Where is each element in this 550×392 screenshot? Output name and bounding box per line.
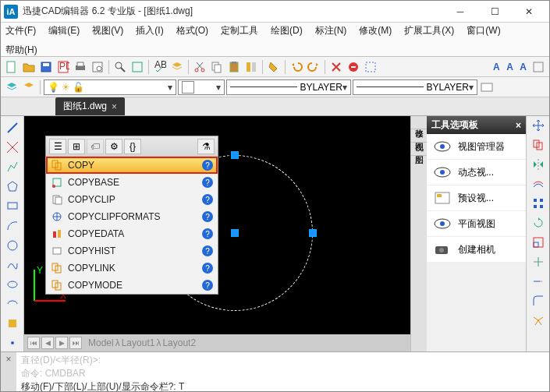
redo-icon[interactable] <box>306 59 321 75</box>
autocomplete-item[interactable]: COPYHIST ? <box>46 242 218 260</box>
open-icon[interactable] <box>21 59 37 75</box>
popup-tag-icon[interactable]: 🏷 <box>87 139 104 154</box>
copy-tool-icon[interactable] <box>532 139 545 154</box>
pdf-icon[interactable]: PDF <box>55 59 71 75</box>
palette-title-bar[interactable]: 工具选项板 × <box>427 116 526 134</box>
trim-tool-icon[interactable] <box>532 256 545 270</box>
insert-block-icon[interactable] <box>4 316 21 332</box>
extend-tool-icon[interactable] <box>532 275 545 290</box>
layout-next-icon[interactable]: ▶ <box>55 337 68 349</box>
layer-combo[interactable]: 💡 ☀ 🔓 ▾ <box>44 79 176 95</box>
help-icon[interactable]: ? <box>202 245 213 256</box>
purge-icon[interactable] <box>346 59 361 75</box>
close-button[interactable]: ✕ <box>512 1 546 23</box>
popup-beaker-icon[interactable]: ⚗ <box>197 139 215 154</box>
select-icon[interactable] <box>363 59 378 75</box>
palette-item-view-manager[interactable]: 视图管理器 <box>427 134 526 160</box>
text-settings-icon[interactable] <box>530 59 546 75</box>
line-tool-icon[interactable] <box>4 119 21 136</box>
ellipse-arc-icon[interactable] <box>4 296 21 313</box>
lineweight-combo[interactable]: BYLAYER ▾ <box>353 79 477 95</box>
layers-icon[interactable] <box>169 59 185 75</box>
menu-modify[interactable]: 修改(M) <box>359 24 392 37</box>
popup-braces-icon[interactable]: {} <box>124 139 141 154</box>
spline-tool-icon[interactable] <box>4 256 21 273</box>
layer-state-icon[interactable] <box>21 79 37 95</box>
minimize-button[interactable]: ─ <box>443 1 477 23</box>
color-combo[interactable]: ▾ <box>178 79 225 95</box>
palette-close-icon[interactable]: × <box>516 120 521 131</box>
palette-tab-modify[interactable]: 修改 <box>411 116 427 129</box>
grip-center[interactable] <box>231 229 239 237</box>
print-icon[interactable] <box>73 59 88 75</box>
help-icon[interactable]: ? <box>202 177 213 188</box>
popup-list-icon[interactable]: ☰ <box>49 139 66 154</box>
help-icon[interactable]: ? <box>202 280 213 291</box>
explode-tool-icon[interactable] <box>532 314 545 329</box>
rotate-tool-icon[interactable] <box>532 217 545 231</box>
spellcheck-icon[interactable]: ABC <box>152 59 168 75</box>
zoom-all-icon[interactable] <box>130 59 145 75</box>
layout-tab-2[interactable]: Layout2 <box>162 337 196 348</box>
mirror-tool-icon[interactable] <box>532 158 545 173</box>
autocomplete-item[interactable]: COPYEDATA ? <box>46 225 218 242</box>
autocomplete-item[interactable]: COPYCLIPFORMATS ? <box>46 208 218 225</box>
autocomplete-item[interactable]: COPYBASE ? <box>46 174 218 191</box>
format-paint-icon[interactable] <box>266 59 282 75</box>
paste-icon[interactable] <box>226 59 242 75</box>
layout-first-icon[interactable]: ⏮ <box>27 337 40 349</box>
ellipse-tool-icon[interactable] <box>4 276 21 292</box>
palette-item-preset-view[interactable]: 预设视... <box>427 185 526 211</box>
popup-grid-icon[interactable]: ⊞ <box>68 139 85 154</box>
menu-format[interactable]: 格式(O) <box>176 24 208 37</box>
linetype-combo[interactable]: BYLAYER ▾ <box>226 79 351 95</box>
autocomplete-item[interactable]: COPY ? <box>46 157 218 174</box>
document-tab[interactable]: 图纸1.dwg × <box>55 97 125 115</box>
command-history-text[interactable]: 直径(D)/<半径(R)>: 命令: CMDBAR 移动(F)/下部(L)/上部… <box>16 352 549 392</box>
scale-tool-icon[interactable] <box>532 236 545 251</box>
arc-tool-icon[interactable] <box>4 217 21 234</box>
layout-tab-model[interactable]: Model <box>88 337 114 348</box>
autocomplete-item[interactable]: COPYLINK ? <box>46 260 218 277</box>
palette-tab-layer[interactable]: 图层 <box>411 143 427 156</box>
menu-view[interactable]: 视图(V) <box>92 24 123 37</box>
delete-icon[interactable] <box>328 59 344 75</box>
construction-line-icon[interactable] <box>4 139 21 155</box>
help-icon[interactable]: ? <box>202 194 213 205</box>
menu-edit[interactable]: 编辑(E) <box>48 24 80 37</box>
menu-dimension[interactable]: 标注(N) <box>315 24 347 37</box>
layer-manager-icon[interactable] <box>4 79 20 95</box>
help-icon[interactable]: ? <box>202 228 213 239</box>
grip-right[interactable] <box>309 229 317 237</box>
fillet-tool-icon[interactable] <box>532 295 545 309</box>
layout-last-icon[interactable]: ⏭ <box>69 337 82 349</box>
maximize-button[interactable]: ☐ <box>477 1 512 23</box>
move-tool-icon[interactable] <box>532 119 545 134</box>
polyline-tool-icon[interactable] <box>4 158 21 175</box>
autocomplete-item[interactable]: COPYMODE ? <box>46 277 218 294</box>
command-area-close-icon[interactable]: × <box>1 352 16 392</box>
help-icon[interactable]: ? <box>202 160 213 171</box>
point-tool-icon[interactable] <box>4 335 21 351</box>
rectangle-tool-icon[interactable] <box>4 198 21 214</box>
palette-tab-view[interactable]: 视图 <box>411 129 427 143</box>
menu-insert[interactable]: 插入(I) <box>136 24 163 37</box>
match-icon[interactable] <box>243 59 259 75</box>
menu-ext-tools[interactable]: 扩展工具(X) <box>404 24 454 37</box>
palette-item-create-camera[interactable]: 创建相机 <box>427 237 526 263</box>
menu-window[interactable]: 窗口(W) <box>467 24 500 37</box>
linetype-scale-icon[interactable] <box>479 79 495 95</box>
menu-draw[interactable]: 绘图(D) <box>271 24 303 37</box>
search-icon[interactable] <box>112 59 128 75</box>
layout-tab-1[interactable]: Layout1 <box>122 337 155 348</box>
save-icon[interactable] <box>38 59 54 75</box>
grip-top[interactable] <box>231 151 239 159</box>
palette-item-dynamic-view[interactable]: 动态视... <box>427 160 526 185</box>
menu-custom-tools[interactable]: 定制工具 <box>221 24 258 37</box>
autocomplete-item[interactable]: COPYCLIP ? <box>46 191 218 208</box>
popup-settings-icon[interactable]: ⚙ <box>105 139 122 154</box>
undo-icon[interactable] <box>289 59 304 75</box>
close-tab-icon[interactable]: × <box>112 101 117 112</box>
menu-file[interactable]: 文件(F) <box>5 24 36 37</box>
polygon-tool-icon[interactable] <box>4 178 21 195</box>
